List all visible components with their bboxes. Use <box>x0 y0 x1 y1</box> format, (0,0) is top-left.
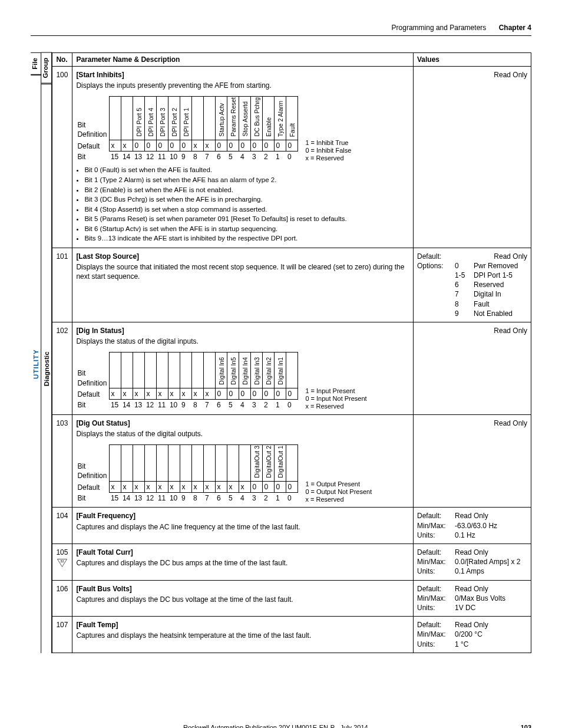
bullet: Bit 5 (Params Reset) is set when paramet… <box>84 215 409 224</box>
value-label: Default: <box>417 511 449 521</box>
bit-table: BitDefinitionDPI Port 5DPI Port 4DPI Por… <box>76 96 298 162</box>
param-no: 105 <box>56 548 68 557</box>
option-text: Fault <box>474 299 490 309</box>
option-code: 6 <box>455 280 468 289</box>
table-row: 103[Dig Out Status] Displays the status … <box>52 414 531 508</box>
table-row: 102[Dig In Status] Displays the status o… <box>52 322 531 414</box>
bullet: Bit 0 (Fault) is set when the AFE is fau… <box>84 166 409 175</box>
param-desc: Displays the status of the digital outpu… <box>76 429 409 439</box>
bit-table: BitDefinitionDigitalOut 3DigitalOut 2Dig… <box>76 444 298 503</box>
bit-legend: 1 = Inhibit True0 = Inhibit Falsex = Res… <box>305 139 351 163</box>
value-label: Units: <box>417 531 449 540</box>
option-text: Reserved <box>474 280 504 289</box>
option-code: 1-5 <box>455 271 468 280</box>
value-text: Read Only <box>455 620 527 630</box>
option-text: Digital In <box>474 289 501 299</box>
value-label: Min/Max: <box>417 557 449 566</box>
value-text: 0.1 Amps <box>455 566 527 576</box>
page-footer: Rockwell Automation Publication 20Y-UM00… <box>31 724 531 728</box>
param-name: [Dig Out Status] <box>76 419 409 428</box>
param-name: [Fault Total Curr] <box>76 548 409 557</box>
value-label: Min/Max: <box>417 521 449 531</box>
read-only-label: Read Only <box>455 252 527 261</box>
values-default-label: Default: <box>417 252 449 261</box>
param-name: [Dig In Status] <box>76 326 409 335</box>
value-text: 1 °C <box>455 640 527 649</box>
param-name: [Fault Temp] <box>76 620 409 630</box>
value-text: 0.0/[Rated Amps] x 2 <box>455 557 527 566</box>
bullet: Bit 3 (DC Bus Pchrg) is set when the AFE… <box>84 195 409 205</box>
param-name: [Last Stop Source] <box>76 252 409 261</box>
param-desc: Captures and displays the heatsink tempe… <box>76 631 409 640</box>
param-bullets: Bit 0 (Fault) is set when the AFE is fau… <box>84 166 409 243</box>
header-rule <box>31 35 531 36</box>
col-header-no: No. <box>52 53 72 67</box>
page-header: Programming and Parameters Chapter 4 <box>31 24 531 32</box>
param-no: 103 <box>56 419 68 428</box>
param-desc: Captures and displays the DC bus voltage… <box>76 595 409 604</box>
value-label: Default: <box>417 548 449 557</box>
bullet: Bit 2 (Enable) is set when the AFE is no… <box>84 186 409 195</box>
parameters-table: No. Parameter Name & Description Values … <box>52 52 531 653</box>
value-label: Units: <box>417 566 449 576</box>
value-text: 0/200 °C <box>455 630 527 639</box>
value-label: Units: <box>417 640 449 649</box>
param-desc: Displays the status of the digital input… <box>76 337 409 346</box>
options-list: 0Pwr Removed1-5DPI Port 1-56Reserved7Dig… <box>455 261 527 318</box>
read-only-label: Read Only <box>417 326 527 335</box>
param-name: [Fault Frequency] <box>76 511 409 521</box>
option-text: DPI Port 1-5 <box>474 271 513 280</box>
value-text: 0.1 Hz <box>455 531 527 540</box>
table-row: 104[Fault Frequency] Captures and displa… <box>52 508 531 544</box>
value-text: 1V DC <box>455 603 527 612</box>
page-content: File UTILITY Group Diagnostic No. Parame… <box>31 52 531 653</box>
table-row: 101[Last Stop Source] Displays the sourc… <box>52 248 531 322</box>
value-label: Units: <box>417 603 449 612</box>
param-no: 104 <box>56 511 68 521</box>
group-label: Diagnostic <box>41 84 52 653</box>
value-label: Default: <box>417 584 449 594</box>
col-header-values: Values <box>414 53 531 67</box>
table-row: 100[Start Inhibits] Displays the inputs … <box>52 67 531 248</box>
bullet: Bit 6 (Startup Actv) is set when the AFE… <box>84 225 409 234</box>
bullet: Bits 9…13 indicate the AFE start is inhi… <box>84 234 409 243</box>
value-label: Min/Max: <box>417 630 449 639</box>
value-text: Read Only <box>455 511 527 521</box>
table-row: 105 32 [Fault Total Curr] Captures and d… <box>52 544 531 581</box>
svg-text:32: 32 <box>61 559 64 563</box>
param-no: 107 <box>56 620 68 630</box>
col-header-file: File <box>31 52 41 75</box>
param-desc: Displays the source that initiated the m… <box>76 262 409 281</box>
param-no: 106 <box>56 584 68 594</box>
col-header-name: Parameter Name & Description <box>72 53 414 67</box>
page-number: 103 <box>521 724 531 728</box>
table-row: 107[Fault Temp] Captures and displays th… <box>52 617 531 653</box>
option-code: 9 <box>455 309 468 318</box>
param-no: 101 <box>56 252 68 261</box>
param-name: [Fault Bus Volts] <box>76 584 409 594</box>
bit-legend: 1 = Input Present0 = Input Not Presentx … <box>305 387 366 411</box>
option-code: 8 <box>455 299 468 309</box>
param-desc: Displays the inputs presently preventing… <box>76 81 409 90</box>
read-only-label: Read Only <box>417 70 527 80</box>
value-text: Read Only <box>455 584 527 594</box>
option-code: 7 <box>455 289 468 299</box>
bit-legend: 1 = Output Present0 = Output Not Present… <box>305 480 372 504</box>
value-label: Default: <box>417 620 449 630</box>
param-name: [Start Inhibits] <box>76 70 409 80</box>
param-no: 100 <box>56 70 68 80</box>
group-column: Group Diagnostic <box>41 52 52 653</box>
header-chapter: Chapter 4 <box>499 24 531 32</box>
footer-text: Rockwell Automation Publication 20Y-UM00… <box>183 724 368 728</box>
param-no: 102 <box>56 326 68 335</box>
value-text: Read Only <box>455 548 527 557</box>
read-only-label: Read Only <box>417 419 527 428</box>
option-code: 0 <box>455 261 468 271</box>
param-desc: Captures and displays the AC line freque… <box>76 522 409 532</box>
option-text: Not Enabled <box>474 309 513 318</box>
option-text: Pwr Removed <box>474 261 518 271</box>
value-text: -63.0/63.0 Hz <box>455 521 527 531</box>
value-label: Min/Max: <box>417 594 449 603</box>
table-row: 106[Fault Bus Volts] Captures and displa… <box>52 580 531 617</box>
file-column: File UTILITY <box>31 52 41 653</box>
